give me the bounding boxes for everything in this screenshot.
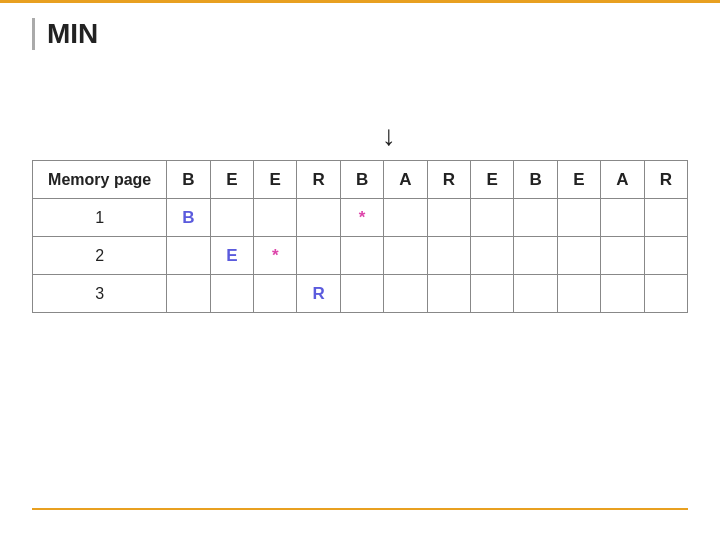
- cell-2-1: [210, 275, 253, 313]
- cell-1-0: [167, 237, 210, 275]
- cell-1-10: [601, 237, 644, 275]
- cell-2-7: [471, 275, 514, 313]
- header-col-1: E: [210, 161, 253, 199]
- cell-2-3: R: [297, 275, 340, 313]
- cell-1-1: E: [210, 237, 253, 275]
- page-title: MIN: [32, 18, 98, 50]
- header-col-10: A: [601, 161, 644, 199]
- cell-2-9: [557, 275, 600, 313]
- cell-0-3: [297, 199, 340, 237]
- cell-1-7: [471, 237, 514, 275]
- header-col-9: E: [557, 161, 600, 199]
- cell-0-2: [254, 199, 297, 237]
- cell-1-8: [514, 237, 557, 275]
- cell-1-2: *: [254, 237, 297, 275]
- header-col-6: R: [427, 161, 470, 199]
- table-row: 3R: [33, 275, 688, 313]
- cell-2-5: [384, 275, 427, 313]
- header-label: Memory page: [33, 161, 167, 199]
- cell-0-9: [557, 199, 600, 237]
- down-arrow-icon: ↓: [382, 120, 396, 152]
- cell-1-4: [340, 237, 383, 275]
- header-col-11: R: [644, 161, 687, 199]
- cell-2-8: [514, 275, 557, 313]
- cell-2-2: [254, 275, 297, 313]
- table-header-row: Memory pageBEERBAREBEAR: [33, 161, 688, 199]
- memory-table-container: Memory pageBEERBAREBEAR1B*2E*3R: [32, 160, 688, 313]
- cell-2-6: [427, 275, 470, 313]
- header-col-5: A: [384, 161, 427, 199]
- cell-0-4: *: [340, 199, 383, 237]
- cell-0-10: [601, 199, 644, 237]
- table-row: 1B*: [33, 199, 688, 237]
- cell-0-6: [427, 199, 470, 237]
- row-label-1: 2: [33, 237, 167, 275]
- cell-1-5: [384, 237, 427, 275]
- header-col-2: E: [254, 161, 297, 199]
- cell-2-4: [340, 275, 383, 313]
- cell-0-8: [514, 199, 557, 237]
- cell-0-0: B: [167, 199, 210, 237]
- cell-0-1: [210, 199, 253, 237]
- header-col-3: R: [297, 161, 340, 199]
- cell-0-5: [384, 199, 427, 237]
- cell-2-0: [167, 275, 210, 313]
- cell-1-6: [427, 237, 470, 275]
- cell-1-9: [557, 237, 600, 275]
- table-row: 2E*: [33, 237, 688, 275]
- header-col-0: B: [167, 161, 210, 199]
- cell-0-7: [471, 199, 514, 237]
- top-accent-line: [0, 0, 720, 3]
- cell-2-10: [601, 275, 644, 313]
- header-col-4: B: [340, 161, 383, 199]
- cell-2-11: [644, 275, 687, 313]
- bottom-accent-line: [32, 508, 688, 510]
- cell-1-3: [297, 237, 340, 275]
- memory-table: Memory pageBEERBAREBEAR1B*2E*3R: [32, 160, 688, 313]
- cell-1-11: [644, 237, 687, 275]
- cell-0-11: [644, 199, 687, 237]
- row-label-2: 3: [33, 275, 167, 313]
- row-label-0: 1: [33, 199, 167, 237]
- header-col-7: E: [471, 161, 514, 199]
- header-col-8: B: [514, 161, 557, 199]
